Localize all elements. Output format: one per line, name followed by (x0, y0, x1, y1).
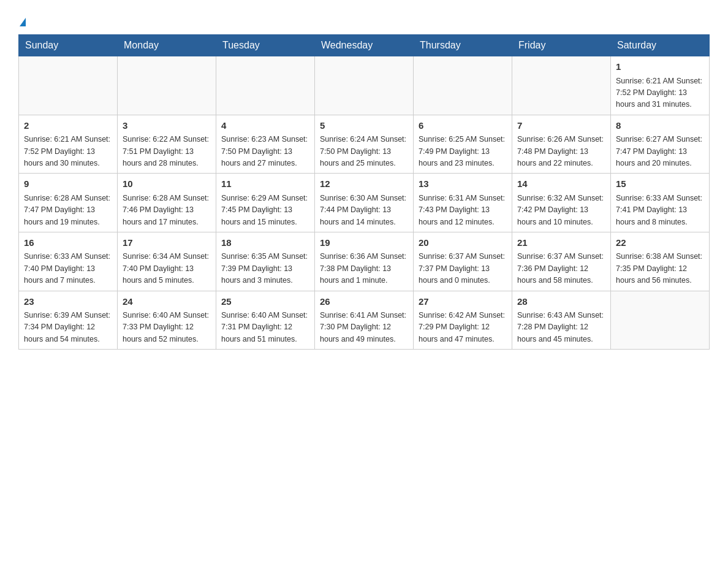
day-info: Sunrise: 6:22 AM Sunset: 7:51 PM Dayligh… (123, 134, 211, 169)
day-cell: 5Sunrise: 6:24 AM Sunset: 7:50 PM Daylig… (315, 115, 414, 174)
day-cell: 12Sunrise: 6:30 AM Sunset: 7:44 PM Dayli… (315, 174, 414, 232)
week-row-5: 23Sunrise: 6:39 AM Sunset: 7:34 PM Dayli… (19, 291, 710, 350)
header-cell-wednesday: Wednesday (315, 35, 414, 56)
day-cell: 7Sunrise: 6:26 AM Sunset: 7:48 PM Daylig… (512, 115, 611, 174)
day-number: 18 (221, 236, 309, 250)
day-number: 14 (517, 177, 605, 191)
logo (18, 12, 26, 28)
day-number: 21 (517, 236, 605, 250)
day-info: Sunrise: 6:27 AM Sunset: 7:47 PM Dayligh… (616, 134, 704, 169)
day-cell: 17Sunrise: 6:34 AM Sunset: 7:40 PM Dayli… (118, 232, 216, 291)
day-info: Sunrise: 6:31 AM Sunset: 7:43 PM Dayligh… (419, 193, 507, 228)
day-cell: 26Sunrise: 6:41 AM Sunset: 7:30 PM Dayli… (315, 291, 414, 350)
calendar-body: 1Sunrise: 6:21 AM Sunset: 7:52 PM Daylig… (19, 56, 710, 350)
header-row: SundayMondayTuesdayWednesdayThursdayFrid… (19, 35, 710, 56)
week-row-3: 9Sunrise: 6:28 AM Sunset: 7:47 PM Daylig… (19, 174, 710, 232)
day-cell: 27Sunrise: 6:42 AM Sunset: 7:29 PM Dayli… (414, 291, 512, 350)
day-cell: 2Sunrise: 6:21 AM Sunset: 7:52 PM Daylig… (19, 115, 118, 174)
week-row-4: 16Sunrise: 6:33 AM Sunset: 7:40 PM Dayli… (19, 232, 710, 291)
day-info: Sunrise: 6:39 AM Sunset: 7:34 PM Dayligh… (24, 310, 112, 345)
header-cell-friday: Friday (512, 35, 611, 56)
calendar-header: SundayMondayTuesdayWednesdayThursdayFrid… (19, 35, 710, 56)
day-number: 6 (419, 119, 507, 133)
day-cell: 16Sunrise: 6:33 AM Sunset: 7:40 PM Dayli… (19, 232, 118, 291)
day-cell: 22Sunrise: 6:38 AM Sunset: 7:35 PM Dayli… (611, 232, 710, 291)
day-cell: 6Sunrise: 6:25 AM Sunset: 7:49 PM Daylig… (414, 115, 512, 174)
day-info: Sunrise: 6:33 AM Sunset: 7:40 PM Dayligh… (24, 251, 112, 286)
day-info: Sunrise: 6:36 AM Sunset: 7:38 PM Dayligh… (320, 251, 408, 286)
header-cell-saturday: Saturday (611, 35, 710, 56)
day-cell: 10Sunrise: 6:28 AM Sunset: 7:46 PM Dayli… (118, 174, 216, 232)
day-cell: 15Sunrise: 6:33 AM Sunset: 7:41 PM Dayli… (611, 174, 710, 232)
calendar-table: SundayMondayTuesdayWednesdayThursdayFrid… (18, 34, 710, 350)
day-number: 11 (221, 177, 309, 191)
day-cell: 24Sunrise: 6:40 AM Sunset: 7:33 PM Dayli… (118, 291, 216, 350)
day-cell: 25Sunrise: 6:40 AM Sunset: 7:31 PM Dayli… (216, 291, 315, 350)
logo-triangle-icon (20, 18, 26, 26)
day-number: 24 (123, 295, 211, 309)
day-cell (216, 56, 315, 115)
day-info: Sunrise: 6:42 AM Sunset: 7:29 PM Dayligh… (419, 310, 507, 345)
day-info: Sunrise: 6:37 AM Sunset: 7:36 PM Dayligh… (517, 251, 605, 286)
day-number: 3 (123, 119, 211, 133)
day-number: 22 (616, 236, 704, 250)
day-number: 23 (24, 295, 112, 309)
day-cell: 9Sunrise: 6:28 AM Sunset: 7:47 PM Daylig… (19, 174, 118, 232)
day-info: Sunrise: 6:28 AM Sunset: 7:47 PM Dayligh… (24, 193, 112, 228)
day-cell: 11Sunrise: 6:29 AM Sunset: 7:45 PM Dayli… (216, 174, 315, 232)
day-info: Sunrise: 6:41 AM Sunset: 7:30 PM Dayligh… (320, 310, 408, 345)
day-info: Sunrise: 6:23 AM Sunset: 7:50 PM Dayligh… (221, 134, 309, 169)
logo-text (18, 12, 26, 28)
header-cell-sunday: Sunday (19, 35, 118, 56)
day-cell (19, 56, 118, 115)
day-cell: 19Sunrise: 6:36 AM Sunset: 7:38 PM Dayli… (315, 232, 414, 291)
day-info: Sunrise: 6:32 AM Sunset: 7:42 PM Dayligh… (517, 193, 605, 228)
day-cell: 1Sunrise: 6:21 AM Sunset: 7:52 PM Daylig… (611, 56, 710, 115)
day-cell: 8Sunrise: 6:27 AM Sunset: 7:47 PM Daylig… (611, 115, 710, 174)
day-number: 27 (419, 295, 507, 309)
day-cell: 18Sunrise: 6:35 AM Sunset: 7:39 PM Dayli… (216, 232, 315, 291)
day-info: Sunrise: 6:30 AM Sunset: 7:44 PM Dayligh… (320, 193, 408, 228)
week-row-2: 2Sunrise: 6:21 AM Sunset: 7:52 PM Daylig… (19, 115, 710, 174)
day-info: Sunrise: 6:34 AM Sunset: 7:40 PM Dayligh… (123, 251, 211, 286)
day-number: 19 (320, 236, 408, 250)
day-number: 17 (123, 236, 211, 250)
day-number: 16 (24, 236, 112, 250)
header-cell-thursday: Thursday (414, 35, 512, 56)
day-number: 5 (320, 119, 408, 133)
day-cell: 4Sunrise: 6:23 AM Sunset: 7:50 PM Daylig… (216, 115, 315, 174)
day-number: 25 (221, 295, 309, 309)
day-info: Sunrise: 6:28 AM Sunset: 7:46 PM Dayligh… (123, 193, 211, 228)
day-cell (118, 56, 216, 115)
day-info: Sunrise: 6:37 AM Sunset: 7:37 PM Dayligh… (419, 251, 507, 286)
day-number: 7 (517, 119, 605, 133)
day-info: Sunrise: 6:26 AM Sunset: 7:48 PM Dayligh… (517, 134, 605, 169)
day-info: Sunrise: 6:24 AM Sunset: 7:50 PM Dayligh… (320, 134, 408, 169)
week-row-1: 1Sunrise: 6:21 AM Sunset: 7:52 PM Daylig… (19, 56, 710, 115)
day-cell: 28Sunrise: 6:43 AM Sunset: 7:28 PM Dayli… (512, 291, 611, 350)
header-cell-tuesday: Tuesday (216, 35, 315, 56)
page-header (18, 12, 710, 28)
day-number: 12 (320, 177, 408, 191)
day-number: 4 (221, 119, 309, 133)
day-info: Sunrise: 6:38 AM Sunset: 7:35 PM Dayligh… (616, 251, 704, 286)
day-cell: 21Sunrise: 6:37 AM Sunset: 7:36 PM Dayli… (512, 232, 611, 291)
day-cell (611, 291, 710, 350)
day-cell (414, 56, 512, 115)
day-number: 15 (616, 177, 704, 191)
day-cell: 3Sunrise: 6:22 AM Sunset: 7:51 PM Daylig… (118, 115, 216, 174)
day-info: Sunrise: 6:29 AM Sunset: 7:45 PM Dayligh… (221, 193, 309, 228)
day-info: Sunrise: 6:40 AM Sunset: 7:33 PM Dayligh… (123, 310, 211, 345)
day-cell: 14Sunrise: 6:32 AM Sunset: 7:42 PM Dayli… (512, 174, 611, 232)
day-number: 28 (517, 295, 605, 309)
day-cell (512, 56, 611, 115)
day-info: Sunrise: 6:40 AM Sunset: 7:31 PM Dayligh… (221, 310, 309, 345)
day-number: 10 (123, 177, 211, 191)
header-cell-monday: Monday (118, 35, 216, 56)
day-cell: 20Sunrise: 6:37 AM Sunset: 7:37 PM Dayli… (414, 232, 512, 291)
day-info: Sunrise: 6:25 AM Sunset: 7:49 PM Dayligh… (419, 134, 507, 169)
day-info: Sunrise: 6:21 AM Sunset: 7:52 PM Dayligh… (24, 134, 112, 169)
day-cell (315, 56, 414, 115)
day-info: Sunrise: 6:33 AM Sunset: 7:41 PM Dayligh… (616, 193, 704, 228)
day-number: 8 (616, 119, 704, 133)
